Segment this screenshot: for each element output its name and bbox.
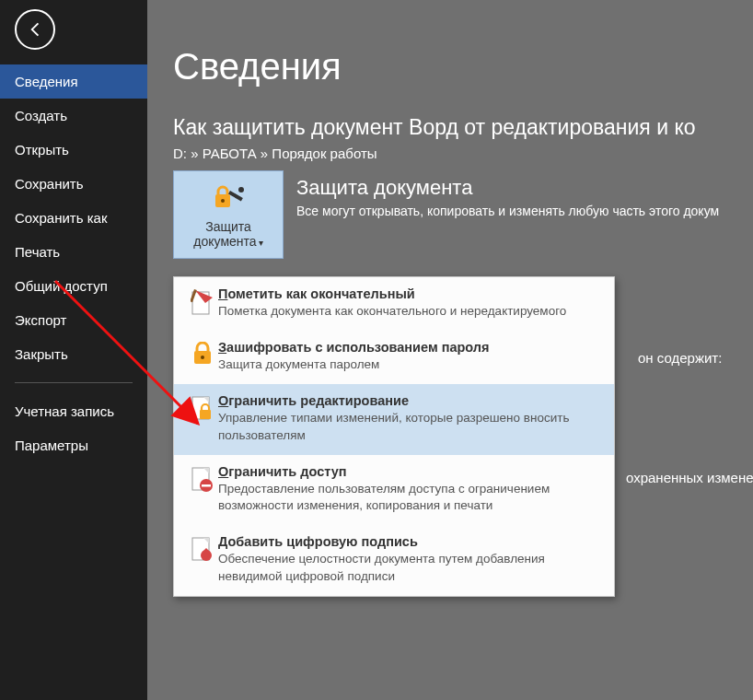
menu-item-mark-final[interactable]: Пометить как окончательный Пометка докум… — [174, 277, 614, 331]
sidebar-item-open[interactable]: Открыть — [0, 133, 147, 167]
sidebar-item-print[interactable]: Печать — [0, 235, 147, 269]
svg-point-3 — [238, 187, 244, 192]
sidebar-item-share[interactable]: Общий доступ — [0, 269, 147, 303]
svg-point-1 — [221, 199, 225, 203]
menu-item-desc: Пометка документа как окончательного и н… — [218, 303, 601, 320]
sidebar-separator — [15, 382, 133, 383]
menu-item-restrict-editing[interactable]: Ограничить редактирование Управление тип… — [174, 384, 614, 454]
encrypt-icon — [187, 340, 218, 373]
sidebar-item-export[interactable]: Экспорт — [0, 303, 147, 337]
document-title: Как защитить документ Ворд от редактиров… — [173, 115, 753, 140]
sidebar-item-info[interactable]: Сведения — [0, 64, 147, 99]
menu-item-desc: Предоставление пользователям доступа с о… — [218, 481, 601, 514]
menu-item-desc: Управление типами изменений, которые раз… — [218, 410, 601, 443]
protect-document-button[interactable]: Защита документа▾ — [173, 170, 284, 259]
menu-item-title: Ограничить редактирование — [218, 393, 601, 408]
menu-item-digital-signature[interactable]: Добавить цифровую подпись Обеспечение це… — [174, 525, 614, 595]
document-path: D: » РАБОТА » Порядок работы — [173, 146, 753, 161]
sidebar-item-save-as[interactable]: Сохранить как — [0, 201, 147, 235]
sidebar-item-close[interactable]: Закрыть — [0, 337, 147, 371]
menu-item-title: Ограничить доступ — [218, 464, 601, 479]
protect-section-desc: Все могут открывать, копировать и изменя… — [296, 204, 719, 218]
sidebar-item-new[interactable]: Создать — [0, 99, 147, 133]
menu-item-title: Зашифровать с использованием пароля — [218, 340, 601, 355]
menu-item-encrypt-password[interactable]: Зашифровать с использованием пароля Защи… — [174, 331, 614, 384]
protect-document-menu: Пометить как окончательный Пометка докум… — [173, 276, 615, 597]
menu-item-title: Пометить как окончательный — [218, 286, 601, 301]
unsaved-note-fragment: охраненных измене — [626, 470, 753, 485]
svg-point-7 — [201, 356, 204, 359]
lock-key-icon — [210, 181, 247, 214]
page-heading: Сведения — [173, 46, 753, 88]
menu-item-desc: Обеспечение целостности документа путем … — [218, 551, 601, 584]
inspect-note-fragment: он содержит: — [638, 350, 722, 366]
arrow-left-icon — [25, 19, 45, 40]
protect-button-label: Защита документа▾ — [193, 219, 262, 249]
restrict-access-icon — [187, 464, 218, 514]
menu-item-title: Добавить цифровую подпись — [218, 534, 601, 549]
menu-item-restrict-access[interactable]: Ограничить доступ Предоставление пользов… — [174, 455, 614, 525]
protect-section-title: Защита документа — [296, 176, 719, 200]
signature-icon — [187, 534, 218, 584]
svg-rect-12 — [202, 484, 211, 487]
protect-section: Защита документа▾ Защита документа Все м… — [173, 170, 753, 259]
mark-final-icon — [187, 286, 218, 320]
svg-rect-9 — [200, 410, 211, 419]
sidebar-menu: Сведения Создать Открыть Сохранить Сохра… — [0, 64, 147, 462]
sidebar-item-save[interactable]: Сохранить — [0, 167, 147, 201]
sidebar-item-account[interactable]: Учетная запись — [0, 394, 147, 428]
menu-item-desc: Защита документа паролем — [218, 356, 601, 373]
sidebar-item-options[interactable]: Параметры — [0, 428, 147, 462]
restrict-editing-icon — [187, 393, 218, 443]
back-button[interactable] — [15, 9, 55, 50]
chevron-down-icon: ▾ — [259, 238, 263, 248]
backstage-sidebar: Сведения Создать Открыть Сохранить Сохра… — [0, 0, 147, 700]
